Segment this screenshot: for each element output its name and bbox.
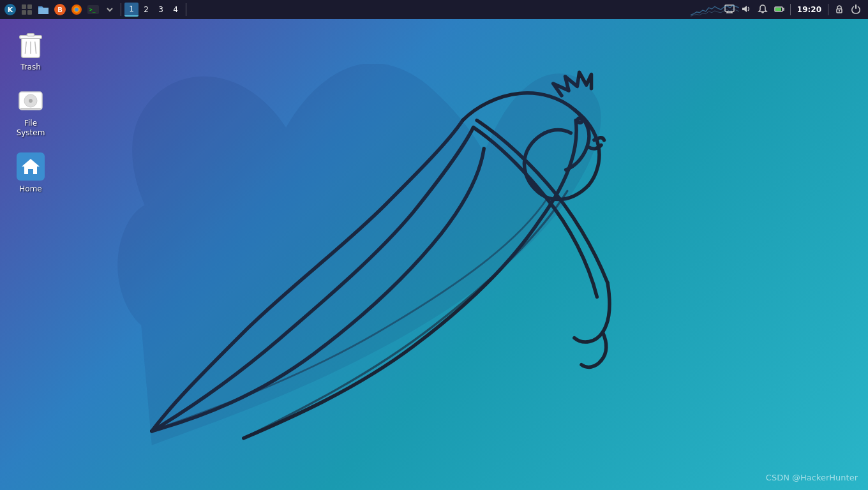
svg-point-22 [839, 10, 840, 11]
filesystem-icon-img [15, 85, 46, 116]
burpsuite-icon[interactable]: B [52, 2, 68, 17]
home-label: Home [19, 184, 41, 193]
svg-rect-5 [27, 4, 32, 9]
taskbar-separator-2 [186, 3, 186, 16]
svg-text:K: K [8, 6, 13, 14]
desktop [0, 0, 868, 490]
workspace-1-button[interactable]: 1 [124, 3, 138, 17]
trash-label: Trash [20, 63, 41, 71]
workspace-2-button[interactable]: 2 [139, 3, 153, 17]
kali-menu-button[interactable]: K [3, 2, 18, 17]
svg-point-31 [29, 99, 33, 103]
dragon-logo [115, 64, 613, 459]
firefox-icon[interactable] [69, 2, 84, 17]
home-icon[interactable]: Home [5, 147, 56, 197]
taskbar-separator-1 [121, 3, 121, 16]
svg-rect-32 [20, 108, 41, 109]
time-divider [828, 4, 828, 15]
filesystem-label: File System [9, 119, 52, 137]
taskbar-left: K B [3, 2, 722, 17]
workspace-buttons: 1 2 3 4 [124, 3, 183, 17]
system-tray: 19:20 [722, 4, 865, 16]
svg-rect-25 [27, 34, 34, 36]
svg-text:B: B [57, 6, 63, 13]
apps-dropdown-icon[interactable] [102, 2, 117, 17]
svg-rect-6 [22, 10, 26, 15]
tray-divider [790, 4, 791, 15]
svg-rect-20 [775, 8, 781, 11]
home-icon-img [15, 151, 46, 182]
clock: 19:20 [795, 5, 824, 14]
svg-point-12 [75, 8, 79, 11]
power-icon[interactable] [849, 4, 863, 16]
file-manager-icon[interactable] [36, 2, 51, 17]
workspace-switcher-icon[interactable] [19, 2, 34, 17]
volume-icon[interactable] [739, 4, 753, 16]
svg-text:>_: >_ [89, 7, 96, 13]
watermark: CSDN @HackerHunter [766, 473, 858, 482]
svg-rect-4 [22, 4, 26, 9]
notification-icon[interactable] [756, 4, 770, 16]
taskbar: K B [0, 0, 868, 19]
filesystem-icon[interactable]: File System [5, 82, 56, 141]
activity-chart [689, 0, 740, 19]
desktop-icons-area: Trash File System Hom [0, 19, 61, 204]
trash-icon-img [15, 29, 46, 60]
terminal-icon[interactable]: >_ [86, 2, 101, 17]
workspace-4-button[interactable]: 4 [168, 3, 183, 17]
trash-icon[interactable]: Trash [5, 26, 56, 75]
workspace-3-button[interactable]: 3 [154, 3, 168, 17]
lock-icon[interactable] [832, 4, 846, 16]
svg-rect-7 [27, 10, 32, 15]
battery-icon[interactable] [772, 4, 786, 16]
